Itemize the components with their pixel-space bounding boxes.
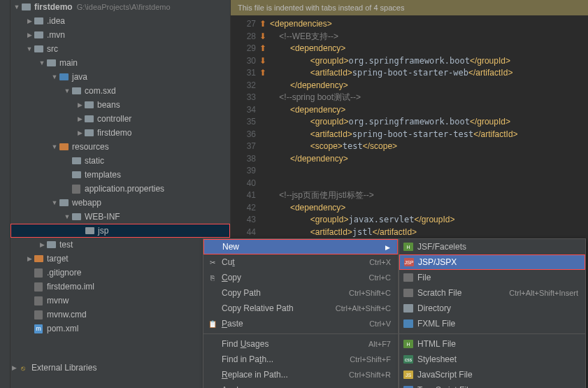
chevron-right-icon: ▶ xyxy=(10,364,17,371)
folder-icon xyxy=(33,29,44,41)
tree-label: beans xyxy=(97,100,120,110)
menu-item-scratch-file[interactable]: Scratch FileCtrl+Alt+Shift+Insert xyxy=(399,285,585,301)
tree-item-controller[interactable]: ▶controller xyxy=(10,112,230,126)
tree-root[interactable]: ▼ firstdemo G:\ideaProjects\A\firstdemo xyxy=(10,0,230,14)
menu-item-stylesheet[interactable]: cssStylesheet xyxy=(399,352,585,367)
shortcut: Ctrl+Shift+F xyxy=(350,355,391,364)
tree-arrow: ▶ xyxy=(38,241,45,248)
menu-item-html-file[interactable]: HHTML File xyxy=(399,336,585,352)
tree-item-beans[interactable]: ▶beans xyxy=(10,98,230,112)
menu-label: Analyze xyxy=(222,385,252,388)
menu-icon: JSP xyxy=(404,258,414,266)
menu-item-directory[interactable]: Directory xyxy=(399,301,585,316)
tree-item-firstdemo[interactable]: ▶firstdemo xyxy=(10,126,230,140)
tree-item--gitignore[interactable]: .gitignore xyxy=(10,266,230,280)
menu-label: Replace in Path... xyxy=(222,370,288,380)
menu-label: JSF/Facelets xyxy=(417,242,466,252)
tree-label: resources xyxy=(72,142,109,152)
menu-item-jsp-jspx[interactable]: JSPJSP/JSPX xyxy=(399,254,585,270)
tree-item-test[interactable]: ▶test xyxy=(10,238,230,252)
menu-item-new[interactable]: New▶ xyxy=(203,239,398,254)
menu-item-file[interactable]: File xyxy=(399,270,585,285)
tree-arrow: ▶ xyxy=(26,31,33,38)
tree-item-static[interactable]: static xyxy=(10,154,230,168)
menu-item-find-usages[interactable]: Find UsagesAlt+F7 xyxy=(203,336,398,352)
tree-item-resources[interactable]: ▼resources xyxy=(10,140,230,154)
tree-arrow: ▼ xyxy=(51,199,58,206)
tree-item-mvnw-cmd[interactable]: mvnw.cmd xyxy=(10,308,230,322)
code-area[interactable]: <dependencies> <!--WEB支持--> <dependency>… xyxy=(270,18,518,238)
menu-item-fxml-file[interactable]: FXML File xyxy=(399,316,585,331)
menu-separator xyxy=(203,333,398,334)
tree-label: mvnw.cmd xyxy=(47,310,87,319)
menu-label: Copy Path xyxy=(222,288,261,298)
menu-item-jsf-facelets[interactable]: HJSF/Facelets xyxy=(399,239,585,254)
tree-label: static xyxy=(85,156,104,166)
menu-icon xyxy=(403,289,413,297)
menu-label: Cut xyxy=(222,257,235,267)
menu-label: Find in Path... xyxy=(222,354,273,364)
tree-item-com-sxd[interactable]: ▼com.sxd xyxy=(10,84,230,98)
menu-item-cut[interactable]: ✂CutCtrl+X xyxy=(203,254,398,270)
menu-item-typescript-file[interactable]: TSTypeScript File xyxy=(399,382,585,388)
menu-label: TypeScript File xyxy=(417,385,473,388)
tree-label: .idea xyxy=(47,16,65,26)
menu-item-copy-path[interactable]: Copy PathCtrl+Shift+C xyxy=(203,285,398,301)
folder-icon xyxy=(71,155,82,166)
context-menu[interactable]: New▶✂CutCtrl+X⎘CopyCtrl+CCopy PathCtrl+S… xyxy=(203,238,399,388)
tree-item--idea[interactable]: ▶.idea xyxy=(10,14,230,28)
tree-arrow: ▶ xyxy=(76,129,83,136)
folder-icon xyxy=(20,1,31,13)
tree-item-firstdemo-iml[interactable]: firstdemo.iml xyxy=(10,280,230,294)
tree-label: pom.xml xyxy=(47,324,78,333)
gutter-marks: ⬆⬇⬆⬇⬆ xyxy=(256,18,270,80)
menu-item-copy-relative-path[interactable]: Copy Relative PathCtrl+Alt+Shift+C xyxy=(203,301,398,316)
tree-item-mvnw[interactable]: mvnw xyxy=(10,294,230,308)
menu-icon: JS xyxy=(403,371,413,379)
file-icon: m xyxy=(33,323,44,334)
file-icon xyxy=(33,309,44,320)
tree-arrow: ▼ xyxy=(64,87,71,94)
menu-item-find-in-path-[interactable]: Find in Path...Ctrl+Shift+F xyxy=(203,352,398,367)
tree-item-src[interactable]: ▼src xyxy=(10,42,230,56)
tree-item-application-properties[interactable]: application.properties xyxy=(10,182,230,196)
menu-item-copy[interactable]: ⎘CopyCtrl+C xyxy=(203,270,398,285)
tree-item--mvn[interactable]: ▶.mvn xyxy=(10,28,230,42)
tree-label: application.properties xyxy=(85,184,164,194)
tree-item-templates[interactable]: templates xyxy=(10,168,230,182)
menu-item-replace-in-path-[interactable]: Replace in Path...Ctrl+Shift+R xyxy=(203,367,398,382)
folder-icon xyxy=(84,225,95,236)
tree-item-webapp[interactable]: ▼webapp xyxy=(10,196,230,210)
tree-item-main[interactable]: ▼main xyxy=(10,56,230,70)
menu-item-javascript-file[interactable]: JSJavaScript File xyxy=(399,367,585,382)
menu-label: Copy Relative Path xyxy=(222,303,294,313)
tree-item-java[interactable]: ▼java xyxy=(10,70,230,84)
tree-item-pom-xml[interactable]: mpom.xml xyxy=(10,322,230,336)
tree-label: test xyxy=(59,240,73,250)
menu-item-analyze[interactable]: Analyze▶ xyxy=(203,382,398,388)
new-submenu[interactable]: HJSF/FaceletsJSPJSP/JSPXFileScratch File… xyxy=(399,238,586,388)
menu-item-paste[interactable]: 📋PasteCtrl+V xyxy=(203,316,398,331)
tree-label: .mvn xyxy=(47,30,65,40)
tree-item-WEB-INF[interactable]: ▼WEB-INF xyxy=(10,210,230,224)
tree-label: java xyxy=(72,72,87,82)
tree-label: jsp xyxy=(98,226,108,236)
tree-arrow: ▼ xyxy=(38,59,45,66)
menu-icon: ✂ xyxy=(208,257,217,267)
file-icon xyxy=(33,267,44,278)
external-libraries[interactable]: ▶ ⎋ External Libraries xyxy=(10,361,96,375)
tree-arrow: ▶ xyxy=(76,101,83,108)
folder-icon xyxy=(33,253,44,264)
tree-arrow: ▼ xyxy=(26,45,33,52)
file-icon xyxy=(33,295,44,306)
folder-icon xyxy=(58,197,69,208)
shortcut: Ctrl+Alt+Shift+Insert xyxy=(509,289,578,297)
tree-item-target[interactable]: ▶target xyxy=(10,252,230,266)
chevron-down-icon: ▼ xyxy=(13,3,20,10)
shortcut: Ctrl+Shift+R xyxy=(349,371,391,379)
tree-item-jsp[interactable]: jsp xyxy=(10,224,230,238)
folder-icon xyxy=(83,99,94,110)
project-tree[interactable]: ▼ firstdemo G:\ideaProjects\A\firstdemo … xyxy=(10,0,231,388)
shortcut: Alt+F7 xyxy=(368,340,391,348)
root-label: firstdemo xyxy=(34,2,73,12)
